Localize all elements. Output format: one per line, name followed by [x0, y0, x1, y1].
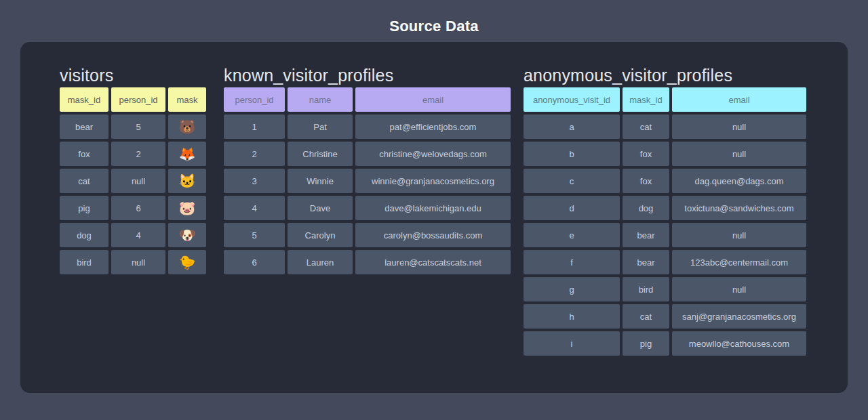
table-cell: null [672, 277, 806, 301]
table-cell: 4 [224, 196, 285, 220]
table-cell: g [524, 277, 620, 301]
known_visitor_profiles-header-name: name [288, 87, 353, 112]
table-cell: 6 [111, 196, 165, 220]
table-cell: null [111, 169, 165, 193]
table-cell: Carolyn [288, 223, 353, 247]
table-cell: e [524, 223, 620, 247]
known-visitor-profiles-table-title: known_visitor_profiles [224, 65, 511, 85]
table-cell: winnie@granjanacosmetics.org [355, 169, 511, 193]
table-cell: 4 [111, 223, 165, 247]
table-cell: cat [623, 114, 669, 139]
table-cell: Winnie [288, 169, 353, 193]
table-cell: bear [623, 250, 669, 274]
table-cell: c [524, 169, 620, 193]
table-cell: dave@lakemichigan.edu [355, 196, 511, 220]
mask-emoji-icon: 🦊 [168, 142, 206, 166]
table-cell: f [524, 250, 620, 274]
table-cell: sanj@granjanacosmetics.org [672, 304, 806, 329]
table-cell: christine@welovedags.com [355, 142, 511, 166]
anonymous-visitor-profiles-table: anonymous_visitor_profiles anonymous_vis… [524, 65, 806, 356]
table-cell: bear [623, 223, 669, 247]
mask-emoji-icon: 🐷 [168, 196, 206, 220]
mask-emoji-icon: 🐶 [168, 223, 206, 247]
known_visitor_profiles-header-person_id: person_id [224, 87, 285, 112]
table-cell: null [672, 114, 806, 139]
table-cell: i [524, 331, 620, 356]
anonymous-visitor-profiles-table-title: anonymous_visitor_profiles [524, 65, 806, 85]
visitors-header-person_id: person_id [111, 87, 165, 112]
table-cell: carolyn@bossaudits.com [355, 223, 511, 247]
table-cell: 1 [224, 114, 285, 139]
table-cell: bird [623, 277, 669, 301]
table-cell: pig [60, 196, 108, 220]
table-cell: 5 [111, 114, 165, 139]
table-cell: b [524, 142, 620, 166]
table-cell: cat [623, 304, 669, 329]
table-cell: 5 [224, 223, 285, 247]
table-cell: fox [623, 142, 669, 166]
table-cell: cat [60, 169, 108, 193]
table-cell: Lauren [288, 250, 353, 274]
table-cell: null [672, 142, 806, 166]
table-cell: a [524, 114, 620, 139]
table-cell: pig [623, 331, 669, 356]
visitors-table-grid: mask_idperson_idmaskbear5🐻fox2🦊catnull🐱p… [60, 87, 206, 274]
table-cell: 2 [111, 142, 165, 166]
table-cell: lauren@catscatscats.net [355, 250, 511, 274]
known_visitor_profiles-header-email: email [355, 87, 511, 112]
table-cell: dag.queen@dags.com [672, 169, 806, 193]
source-data-panel: visitors mask_idperson_idmaskbear5🐻fox2🦊… [20, 42, 848, 393]
page-title: Source Data [0, 18, 868, 35]
anonymous_visitor_profiles-header-anonymous_visit_id: anonymous_visit_id [524, 87, 620, 112]
table-cell: d [524, 196, 620, 220]
table-cell: 6 [224, 250, 285, 274]
known-visitor-profiles-table-grid: person_idnameemail1Patpat@efficientjobs.… [224, 87, 511, 274]
table-cell: 2 [224, 142, 285, 166]
anonymous_visitor_profiles-header-mask_id: mask_id [623, 87, 669, 112]
table-cell: Pat [288, 114, 353, 139]
table-cell: bird [60, 250, 108, 274]
table-cell: Christine [288, 142, 353, 166]
table-cell: toxictuna@sandwiches.com [672, 196, 806, 220]
table-cell: Dave [288, 196, 353, 220]
visitors-header-mask: mask [168, 87, 206, 112]
known-visitor-profiles-table: known_visitor_profiles person_idnameemai… [224, 65, 511, 274]
table-cell: h [524, 304, 620, 329]
visitors-table-title: visitors [60, 65, 206, 85]
anonymous-visitor-profiles-table-grid: anonymous_visit_idmask_idemailacatnullbf… [524, 87, 806, 356]
table-cell: fox [623, 169, 669, 193]
table-cell: 123abc@centermail.com [672, 250, 806, 274]
table-cell: dog [623, 196, 669, 220]
table-cell: null [672, 223, 806, 247]
table-cell: 3 [224, 169, 285, 193]
table-cell: fox [60, 142, 108, 166]
mask-emoji-icon: 🐻 [168, 114, 206, 139]
anonymous_visitor_profiles-header-email: email [672, 87, 806, 112]
visitors-table: visitors mask_idperson_idmaskbear5🐻fox2🦊… [60, 65, 206, 274]
table-cell: bear [60, 114, 108, 139]
table-cell: null [111, 250, 165, 274]
table-cell: pat@efficientjobs.com [355, 114, 511, 139]
table-cell: dog [60, 223, 108, 247]
mask-emoji-icon: 🐱 [168, 169, 206, 193]
visitors-header-mask_id: mask_id [60, 87, 108, 112]
mask-emoji-icon: 🐤 [168, 250, 206, 274]
table-cell: meowllo@cathouses.com [672, 331, 806, 356]
